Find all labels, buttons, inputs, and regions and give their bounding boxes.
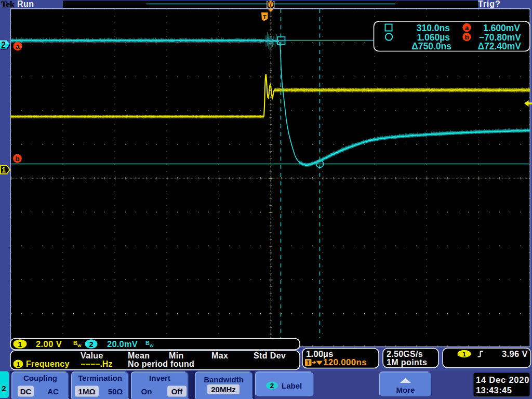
svg-text:2: 2 [1, 41, 6, 49]
svg-text:1: 1 [2, 166, 6, 174]
svg-text:1: 1 [16, 361, 20, 368]
svg-text:W: W [150, 343, 154, 348]
svg-text:120.000ns: 120.000ns [323, 357, 367, 367]
svg-text:20MHz: 20MHz [211, 385, 236, 394]
svg-text:More: More [396, 385, 415, 394]
svg-text:T: T [263, 14, 267, 20]
svg-text:T: T [269, 2, 272, 8]
svg-text:1M points: 1M points [387, 358, 427, 367]
svg-text:Max: Max [211, 351, 228, 360]
svg-text:On: On [141, 387, 152, 396]
svg-text:1: 1 [462, 350, 466, 358]
svg-text:Label: Label [282, 381, 302, 390]
svg-text:Off: Off [171, 387, 183, 396]
svg-text:Std Dev: Std Dev [254, 351, 286, 360]
svg-text:Tek: Tek [1, 0, 15, 9]
svg-text:Termination: Termination [78, 374, 122, 382]
svg-text:Δ72.40mV: Δ72.40mV [477, 41, 521, 51]
svg-text:T: T [307, 360, 310, 366]
svg-text:1: 1 [18, 340, 22, 349]
svg-text:a: a [465, 24, 469, 32]
svg-text:Value: Value [81, 351, 103, 360]
svg-text:1MΩ: 1MΩ [78, 387, 96, 396]
svg-text:Coupling: Coupling [23, 374, 57, 382]
svg-text:2: 2 [270, 382, 274, 390]
svg-text:2.50GS/s: 2.50GS/s [387, 350, 423, 358]
svg-text:Δ750.0ns: Δ750.0ns [411, 41, 451, 51]
svg-text:3.96 V: 3.96 V [502, 349, 528, 358]
svg-text:−−−−.Hz: −−−−.Hz [81, 360, 112, 368]
svg-text:AC: AC [47, 387, 59, 396]
svg-text:B: B [145, 340, 150, 346]
svg-text:Bandwidth: Bandwidth [204, 375, 244, 384]
svg-text:2: 2 [89, 340, 93, 349]
svg-text:2: 2 [2, 384, 6, 393]
svg-text:Invert: Invert [149, 374, 170, 382]
svg-text:20.0mV: 20.0mV [107, 339, 138, 349]
svg-text:50Ω: 50Ω [108, 387, 123, 396]
svg-text:Trig?: Trig? [478, 0, 500, 8]
svg-text:14 Dec 2020: 14 Dec 2020 [476, 375, 529, 384]
svg-text:W: W [77, 343, 82, 348]
svg-text:1.600mV: 1.600mV [483, 23, 520, 33]
svg-text:DC: DC [20, 387, 32, 396]
svg-text:b: b [15, 155, 19, 163]
svg-text:13:43:45: 13:43:45 [476, 385, 512, 395]
svg-text:b: b [464, 33, 469, 41]
svg-text:No period found: No period found [128, 360, 194, 368]
svg-text:B: B [73, 340, 77, 346]
svg-text:Min: Min [169, 351, 184, 360]
svg-text:310.0ns: 310.0ns [417, 23, 450, 33]
svg-text:2.00 V: 2.00 V [36, 339, 62, 349]
svg-text:Mean: Mean [128, 351, 150, 360]
svg-text:a: a [16, 43, 20, 50]
svg-text:Run: Run [17, 0, 34, 8]
svg-text:Frequency: Frequency [26, 360, 70, 368]
